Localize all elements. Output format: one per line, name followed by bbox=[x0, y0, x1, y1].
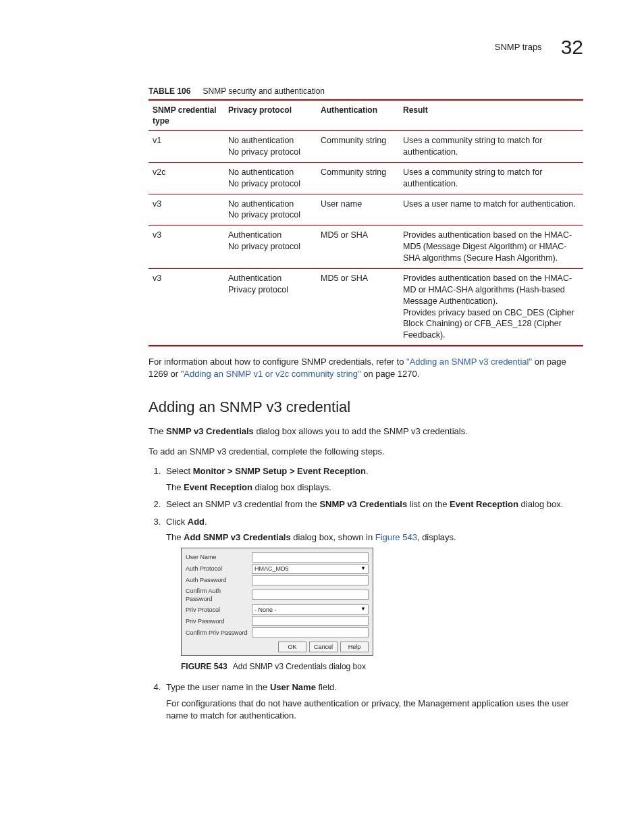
text: field. bbox=[316, 682, 337, 692]
label-auth-password: Auth Password bbox=[186, 576, 249, 584]
table-cell: No authentication No privacy protocol bbox=[224, 194, 317, 226]
text: Click bbox=[166, 517, 188, 527]
chevron-down-icon: ▼ bbox=[360, 606, 366, 613]
th-result: Result bbox=[399, 100, 583, 131]
table-cell: MD5 or SHA bbox=[317, 226, 399, 269]
text: The bbox=[166, 482, 184, 492]
intro-post: on page 1270. bbox=[361, 369, 420, 379]
table-caption: TABLE 106SNMP security and authenticatio… bbox=[149, 86, 583, 97]
auth-password-field[interactable] bbox=[252, 575, 369, 585]
label-priv-protocol: Priv Protocol bbox=[186, 606, 249, 614]
step-1: Select Monitor > SNMP Setup > Event Rece… bbox=[163, 465, 583, 493]
step-4: Type the user name in the User Name fiel… bbox=[163, 681, 583, 721]
table-cell: MD5 or SHA bbox=[317, 268, 399, 346]
confirm-auth-password-field[interactable] bbox=[252, 590, 369, 600]
figure-text: Add SNMP v3 Credentials dialog box bbox=[233, 662, 366, 671]
figure-link[interactable]: Figure 543 bbox=[375, 532, 417, 542]
bold-event-reception2: Event Reception bbox=[450, 499, 518, 509]
intro-paragraph: For information about how to configure S… bbox=[149, 356, 583, 380]
dialog-buttons: OK Cancel Help bbox=[186, 642, 369, 652]
auth-protocol-value: HMAC_MD5 bbox=[254, 565, 289, 573]
header-title: SNMP traps bbox=[495, 41, 542, 53]
text: The bbox=[149, 426, 166, 436]
text: . bbox=[205, 517, 207, 527]
text: Type the user name in the bbox=[166, 682, 270, 692]
table-cell: Community string bbox=[317, 131, 399, 163]
table-cell: User name bbox=[317, 194, 399, 226]
table-row: v3Authentication Privacy protocolMD5 or … bbox=[149, 268, 583, 346]
intro-pre: For information about how to configure S… bbox=[149, 357, 406, 367]
step-2: Select an SNMP v3 credential from the SN… bbox=[163, 498, 583, 511]
table-cell: No authentication No privacy protocol bbox=[224, 162, 317, 194]
table-row: v2cNo authentication No privacy protocol… bbox=[149, 162, 583, 194]
steps-list: Select Monitor > SNMP Setup > Event Rece… bbox=[149, 465, 583, 721]
text: dialog box allows you to add the SNMP v3… bbox=[254, 426, 468, 436]
auth-protocol-select[interactable]: HMAC_MD5▼ bbox=[252, 564, 369, 574]
text: Select an SNMP v3 credential from the bbox=[166, 499, 319, 509]
label-confirm-auth-password: Confirm Auth Password bbox=[186, 587, 249, 603]
figure-caption: FIGURE 543Add SNMP v3 Credentials dialog… bbox=[181, 661, 583, 672]
priv-protocol-select[interactable]: - None -▼ bbox=[252, 604, 369, 615]
bold-add-credentials: Add SNMP v3 Credentials bbox=[184, 532, 291, 542]
table-cell: No authentication No privacy protocol bbox=[224, 131, 317, 163]
text: dialog box. bbox=[518, 499, 564, 509]
table-cell: Authentication No privacy protocol bbox=[224, 226, 317, 269]
table-cell: v2c bbox=[149, 162, 224, 194]
user-name-field[interactable] bbox=[252, 552, 369, 563]
text: dialog box displays. bbox=[252, 482, 331, 492]
step-1-sub: The Event Reception dialog box displays. bbox=[166, 481, 583, 494]
cancel-button[interactable]: Cancel bbox=[309, 642, 338, 652]
th-auth: Authentication bbox=[317, 100, 399, 131]
bold-snmpv3-list: SNMP v3 Credentials bbox=[319, 499, 407, 509]
ok-button[interactable]: OK bbox=[278, 642, 306, 652]
security-table: SNMP credential type Privacy protocol Au… bbox=[149, 99, 583, 347]
priv-password-field[interactable] bbox=[252, 616, 369, 626]
label-user-name: User Name bbox=[186, 553, 249, 561]
table-cell: Uses a community string to match for aut… bbox=[399, 131, 583, 163]
bold-user-name: User Name bbox=[270, 682, 316, 692]
link-add-v1v2c[interactable]: "Adding an SNMP v1 or v2c community stri… bbox=[181, 369, 361, 379]
chapter-number: 32 bbox=[561, 34, 583, 61]
table-cell: Uses a user name to match for authentica… bbox=[399, 194, 583, 226]
table-header-row: SNMP credential type Privacy protocol Au… bbox=[149, 100, 583, 131]
table-row: v3No authentication No privacy protocolU… bbox=[149, 194, 583, 226]
confirm-priv-password-field[interactable] bbox=[252, 627, 369, 637]
link-add-v3[interactable]: "Adding an SNMP v3 credential" bbox=[406, 357, 532, 367]
chevron-down-icon: ▼ bbox=[360, 565, 366, 573]
th-type: SNMP credential type bbox=[149, 100, 224, 131]
menu-path: Monitor > SNMP Setup > Event Reception bbox=[193, 466, 366, 476]
help-button[interactable]: Help bbox=[340, 642, 369, 652]
table-label: TABLE 106 bbox=[149, 86, 190, 96]
bold-snmpv3-credentials: SNMP v3 Credentials bbox=[166, 426, 254, 436]
table-cell: v3 bbox=[149, 194, 224, 226]
label-confirm-priv-password: Confirm Priv Password bbox=[186, 629, 249, 637]
bold-add: Add bbox=[188, 517, 205, 527]
text: Select bbox=[166, 466, 193, 476]
table-cell: Uses a community string to match for aut… bbox=[399, 162, 583, 194]
text: list on the bbox=[407, 499, 450, 509]
th-privacy: Privacy protocol bbox=[224, 100, 317, 131]
table-cell: v1 bbox=[149, 131, 224, 163]
table-row: v3Authentication No privacy protocolMD5 … bbox=[149, 226, 583, 269]
table-cell: Provides authentication based on the HMA… bbox=[399, 268, 583, 346]
label-priv-password: Priv Password bbox=[186, 617, 249, 625]
bold-event-reception: Event Reception bbox=[184, 482, 252, 492]
table-cell: Community string bbox=[317, 162, 399, 194]
step-4-sub: For configurations that do not have auth… bbox=[166, 698, 583, 721]
text: . bbox=[366, 466, 369, 476]
table-cell: Authentication Privacy protocol bbox=[224, 268, 317, 346]
priv-protocol-value: - None - bbox=[254, 606, 277, 614]
step-3-sub: The Add SNMP v3 Credentials dialog box, … bbox=[166, 531, 583, 544]
text: dialog box, shown in bbox=[291, 532, 375, 542]
table-cell: v3 bbox=[149, 226, 224, 269]
figure-label: FIGURE 543 bbox=[181, 662, 227, 671]
section-p2: To add an SNMP v3 credential, complete t… bbox=[149, 446, 583, 458]
section-heading: Adding an SNMP v3 credential bbox=[149, 397, 583, 417]
table-row: v1No authentication No privacy protocolC… bbox=[149, 131, 583, 163]
section-p1: The SNMP v3 Credentials dialog box allow… bbox=[149, 425, 583, 438]
table-cell: v3 bbox=[149, 268, 224, 346]
label-auth-protocol: Auth Protocol bbox=[186, 565, 249, 573]
table-cell: Provides authentication based on the HMA… bbox=[399, 226, 583, 269]
text: , displays. bbox=[417, 532, 456, 542]
table-caption-text: SNMP security and authentication bbox=[203, 86, 325, 96]
